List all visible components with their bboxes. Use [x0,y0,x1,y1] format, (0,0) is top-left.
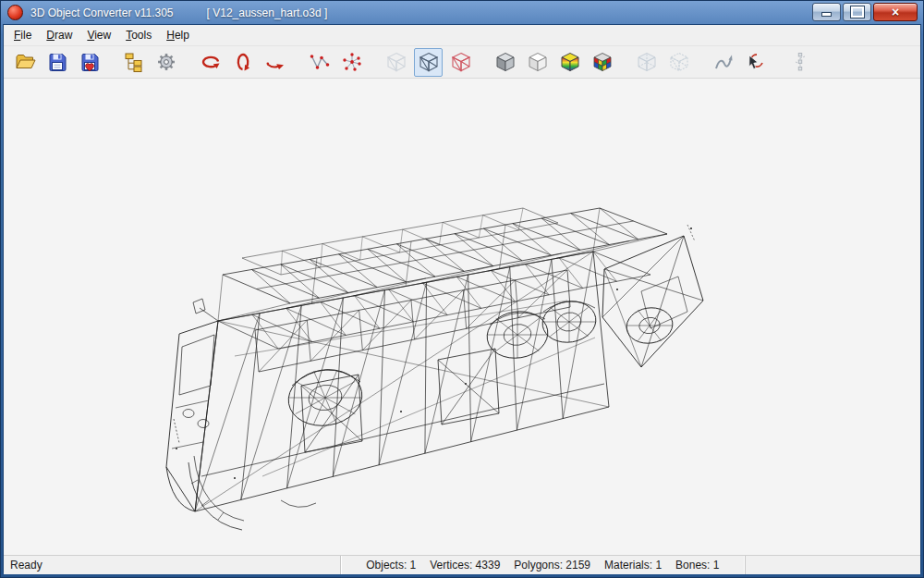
window-title: 3D Object Converter v11.305 [30,6,174,19]
rotate-horizontal-icon [200,51,222,73]
menu-bar: FileDrawViewToolsHelp [4,25,920,46]
toolbar-group [194,48,291,77]
document-title: [ V12_aussen_hart.o3d ] [207,6,328,19]
close-button[interactable]: × [873,3,918,21]
deform-icon [712,51,735,73]
wireframe-hidden-line-button[interactable] [382,48,410,77]
client-area: FileDrawViewToolsHelp Ready Objects: 1Ve… [4,25,920,572]
transparent-cube-icon [636,51,658,73]
gouraud-shaded-button[interactable] [555,48,584,77]
status-polygons: Polygons: 2159 [514,559,590,572]
status-vertices: Vertices: 4339 [430,559,500,572]
menu-accelerator: F [14,29,20,42]
save-heart-icon [79,51,101,73]
pick-button[interactable] [741,48,770,77]
status-objects: Objects: 1 [366,559,416,572]
viewport-3d[interactable] [4,79,920,555]
menu-accelerator: V [87,29,94,42]
bones-icon [789,51,811,73]
minimize-button[interactable] [812,3,841,21]
wireframe-cube-pale-icon [385,51,407,73]
title-bar[interactable]: 3D Object Converter v11.305 [ V12_aussen… [0,0,924,25]
flat-white-button[interactable] [523,48,552,77]
menu-accelerator: D [46,29,55,42]
toolbar-group [8,48,105,77]
status-ready: Ready [4,556,340,574]
transparent-button[interactable] [632,48,661,77]
status-bar: Ready Objects: 1Vertices: 4339Polygons: … [4,555,920,574]
solid-cube-icon [494,51,517,73]
wireframe-cube-red-icon [450,51,472,73]
object-list-button[interactable] [119,48,148,77]
rotate-vertical-icon [232,51,254,73]
menu-accelerator: H [166,29,175,42]
menu-item-draw[interactable]: Draw [39,26,79,44]
rotate-vertical-button[interactable] [228,48,257,77]
point-mode-icon [341,51,363,73]
wireframe-colored-button[interactable] [446,48,475,77]
white-cube-icon [527,51,549,73]
shaded-solid-button[interactable] [491,48,519,77]
rotate-horizontal-button[interactable] [196,48,225,77]
toolbar-group [303,48,368,77]
open-folder-icon [14,51,36,73]
object-list-icon [123,51,145,73]
settings-button[interactable] [152,48,180,77]
rotate-free-button[interactable] [261,48,289,77]
toolbar-group [489,48,618,77]
toolbar-group [784,48,816,77]
toolbar [4,46,920,79]
rotate-arrow-icon [264,51,286,73]
bones-button[interactable] [785,48,814,77]
edge-mode-icon [309,51,331,73]
point-display-button[interactable] [337,48,366,77]
window-controls: × [812,3,918,21]
app-window: 3D Object Converter v11.305 [ V12_aussen… [0,0,924,578]
status-spare [746,556,920,574]
edge-display-button[interactable] [305,48,334,77]
save-button[interactable] [43,48,71,77]
status-bones: Bones: 1 [675,559,719,572]
pick-arrow-icon [745,51,767,73]
minimize-icon [821,12,832,17]
save-icon [46,51,68,73]
menu-item-tools[interactable]: Tools [118,26,159,44]
wireframe-cube-icon [418,51,440,73]
save-as-button[interactable] [75,48,103,77]
textured-button[interactable] [588,48,616,77]
transparent-cube-wire-icon [668,51,690,73]
menu-item-view[interactable]: View [79,26,118,44]
maximize-icon [851,6,864,18]
toolbar-group [117,48,182,77]
open-button[interactable] [10,48,39,77]
gear-icon [155,51,177,73]
close-icon: × [892,6,899,18]
status-stats: Objects: 1Vertices: 4339Polygons: 2159Ma… [340,556,745,574]
toolbar-group [707,48,772,77]
model-wireframe [4,79,920,555]
wireframe-button[interactable] [414,48,443,77]
menu-accelerator: T [126,29,131,42]
status-materials: Materials: 1 [604,559,662,572]
deform-button[interactable] [709,48,737,77]
menu-item-help[interactable]: Help [159,26,197,44]
maximize-button[interactable] [843,3,871,21]
transparent-wire-button[interactable] [664,48,693,77]
rainbow-cube-icon [559,51,581,73]
toolbar-group [380,48,477,77]
toolbar-group [630,48,695,77]
menu-item-file[interactable]: File [6,26,39,44]
app-logo-icon [7,5,23,20]
textured-cube-icon [591,51,614,73]
